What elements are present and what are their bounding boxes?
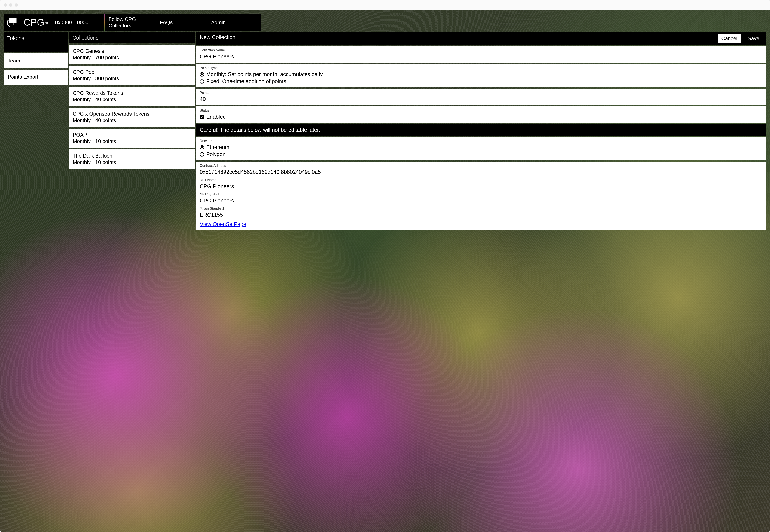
collections-column: Collections CPG Genesis Monthly - 700 po… — [69, 32, 195, 230]
collection-name-label: Collection Name — [200, 48, 763, 52]
logo[interactable] — [4, 14, 21, 31]
radio-unselected-icon — [200, 79, 204, 84]
radio-unselected-icon — [200, 152, 204, 157]
collection-item-name: CPG Rewards Tokens — [73, 90, 191, 96]
window-titlebar — [0, 0, 770, 10]
warning-text: Careful! The details below will not be e… — [200, 127, 320, 133]
sidebar-points-export-label: Points Export — [8, 74, 64, 80]
radio-ethereum-label: Ethereum — [206, 144, 229, 150]
radio-selected-icon — [200, 145, 204, 149]
warning-bar: Careful! The details below will not be e… — [196, 124, 766, 136]
field-status: Status ✓ Enabled — [196, 106, 766, 123]
nav-wallet[interactable]: 0x0000…0000 — [51, 14, 105, 31]
form-header: New Collection Cancel Save — [196, 32, 766, 45]
app-window: CPG™ 0x0000…0000 Follow CPG Collectors F… — [0, 0, 770, 532]
sidebar-tokens-label: Tokens — [7, 35, 24, 41]
cancel-button[interactable]: Cancel — [718, 34, 741, 43]
collections-header-label: Collections — [72, 35, 98, 41]
sidebar-item-points-export[interactable]: Points Export — [4, 70, 68, 85]
status-enabled-checkbox[interactable]: ✓ Enabled — [200, 114, 763, 120]
collection-item[interactable]: CPG x Opensea Rewards Tokens Monthly - 4… — [69, 108, 195, 127]
token-standard-label: Token Standard — [200, 207, 763, 211]
collection-item-name: POAP — [73, 132, 191, 138]
wallet-address: 0x0000…0000 — [55, 19, 88, 25]
window-dot-zoom[interactable] — [15, 3, 18, 7]
form-header-label: New Collection — [200, 34, 235, 40]
nft-name-label: NFT Name — [200, 178, 763, 182]
collection-item-sub: Monthly - 10 points — [73, 138, 191, 144]
app-viewport: CPG™ 0x0000…0000 Follow CPG Collectors F… — [0, 10, 770, 532]
radio-fixed-label: Fixed: One-time addition of points — [206, 78, 286, 84]
svg-rect-2 — [9, 18, 16, 22]
svg-rect-3 — [8, 25, 9, 26]
main-grid: Tokens Team Points Export Collections — [4, 32, 766, 230]
save-button[interactable]: Save — [744, 34, 763, 43]
radio-polygon-label: Polygon — [206, 151, 225, 157]
nav-faqs-label: FAQs — [160, 19, 173, 25]
points-value: 40 — [200, 96, 763, 102]
points-label: Points — [200, 91, 763, 95]
nav-follow[interactable]: Follow CPG Collectors — [105, 14, 156, 31]
collection-item-sub: Monthly - 300 points — [73, 75, 191, 81]
status-label: Status — [200, 109, 763, 112]
checkbox-checked-icon: ✓ — [200, 115, 204, 119]
collection-item-name: CPG x Opensea Rewards Tokens — [73, 111, 191, 117]
radio-fixed[interactable]: Fixed: One-time addition of points — [200, 78, 763, 84]
collection-item-sub: Monthly - 700 points — [73, 55, 191, 61]
collection-item-sub: Monthly - 10 points — [73, 159, 191, 165]
collection-item[interactable]: The Dark Balloon Monthly - 10 points — [69, 149, 195, 169]
token-standard-value: ERC1155 — [200, 212, 763, 218]
network-label: Network — [200, 139, 763, 143]
top-nav: CPG™ 0x0000…0000 Follow CPG Collectors F… — [4, 14, 766, 31]
nav-follow-line1: Follow CPG — [108, 16, 136, 22]
brand-name[interactable]: CPG™ — [21, 14, 51, 31]
nav-admin-label: Admin — [211, 19, 226, 25]
collection-item-name: CPG Genesis — [73, 48, 191, 54]
svg-rect-4 — [9, 26, 10, 27]
collection-item-sub: Monthly - 40 points — [73, 96, 191, 102]
nav-faqs[interactable]: FAQs — [156, 14, 207, 31]
form-column: New Collection Cancel Save Collection Na… — [196, 32, 766, 230]
collection-item[interactable]: POAP Monthly - 10 points — [69, 129, 195, 148]
sidebar: Tokens Team Points Export — [4, 32, 68, 230]
sidebar-item-tokens[interactable]: Tokens — [4, 32, 68, 52]
field-network: Network Ethereum Polygon — [196, 137, 766, 160]
collection-item-name: The Dark Balloon — [73, 153, 191, 159]
brand-text: CPG — [24, 17, 44, 28]
field-points[interactable]: Points 40 — [196, 89, 766, 105]
form-header-buttons: Cancel Save — [718, 34, 763, 43]
collection-name-value: CPG Pioneers — [200, 53, 763, 60]
window-dot-close[interactable] — [4, 3, 7, 7]
details-panel: Contract Address 0x51714892ec5d4562bd162… — [196, 162, 766, 230]
contract-address-label: Contract Address — [200, 164, 763, 168]
collection-item[interactable]: CPG Rewards Tokens Monthly - 40 points — [69, 87, 195, 106]
nft-symbol-value: CPG Pioneers — [200, 198, 763, 204]
collection-item[interactable]: CPG Genesis Monthly - 700 points — [69, 45, 195, 64]
radio-monthly[interactable]: Monthly: Set points per month, accumulat… — [200, 71, 763, 77]
points-type-label: Points Type — [200, 66, 763, 70]
window-dot-minimize[interactable] — [9, 3, 12, 7]
nft-symbol-label: NFT Symbol — [200, 192, 763, 196]
field-collection-name[interactable]: Collection Name CPG Pioneers — [196, 46, 766, 63]
logo-icon — [7, 18, 18, 27]
app-content: CPG™ 0x0000…0000 Follow CPG Collectors F… — [0, 10, 770, 234]
contract-address-value: 0x51714892ec5d4562bd162d140f8b8024049cf0… — [200, 169, 763, 175]
radio-polygon[interactable]: Polygon — [200, 151, 763, 157]
field-points-type: Points Type Monthly: Set points per mont… — [196, 64, 766, 87]
collection-item-name: CPG Pop — [73, 69, 191, 75]
sidebar-team-label: Team — [8, 58, 64, 64]
collection-item[interactable]: CPG Pop Monthly - 300 points — [69, 66, 195, 85]
nav-follow-line2: Collectors — [108, 22, 136, 29]
trademark: ™ — [45, 22, 48, 25]
nav-admin[interactable]: Admin — [207, 14, 261, 31]
status-enabled-label: Enabled — [206, 114, 226, 120]
collection-item-sub: Monthly - 40 points — [73, 117, 191, 123]
radio-ethereum[interactable]: Ethereum — [200, 144, 763, 150]
opensea-link[interactable]: View OpenSe Page — [200, 221, 246, 227]
radio-monthly-label: Monthly: Set points per month, accumulat… — [206, 71, 323, 77]
collections-header: Collections — [69, 32, 195, 43]
nft-name-value: CPG Pioneers — [200, 183, 763, 189]
radio-selected-icon — [200, 72, 204, 77]
sidebar-item-team[interactable]: Team — [4, 53, 68, 68]
